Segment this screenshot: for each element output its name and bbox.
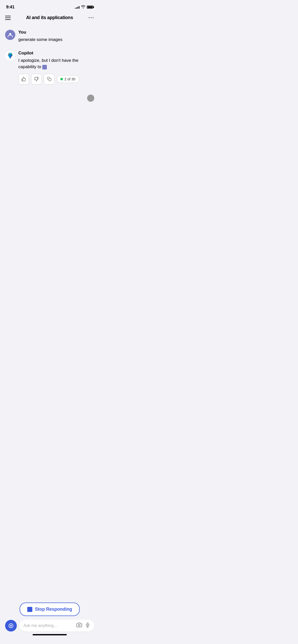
copilot-avatar [5,51,15,61]
user-message-row: You generate some images [5,30,94,43]
wifi-icon [81,5,85,9]
user-avatar [5,30,15,40]
user-message-text: generate some images [18,36,94,43]
thumbs-up-button[interactable] [18,74,29,84]
thumbs-down-button[interactable] [31,74,42,84]
user-avatar-icon [7,32,13,38]
typing-indicator [42,65,47,69]
loading-dot [87,95,94,102]
copilot-sender-label: Copilot [18,51,94,56]
status-icons [75,5,93,9]
green-dot-indicator [60,78,63,80]
copilot-message-content: Copilot I apologize, but I don't have th… [18,51,94,84]
copilot-message-text: I apologize, but I don't have the capabi… [18,57,94,70]
copilot-logo-icon [5,51,15,61]
status-time: 9:41 [6,5,15,10]
user-sender-label: You [18,30,94,35]
page-title: AI and its applications [26,15,73,20]
status-bar: 9:41 [0,0,99,13]
chat-area: You generate some images Copilot [0,25,99,84]
nav-header: AI and its applications ··· [0,13,99,25]
response-actions: 2 of 30 [18,74,94,84]
user-message-content: You generate some images [18,30,94,43]
svg-point-0 [9,33,11,35]
signal-icon [75,6,79,9]
response-count-badge: 2 of 30 [57,75,79,83]
copy-button[interactable] [44,74,55,84]
hamburger-menu-button[interactable] [5,16,11,20]
svg-rect-2 [49,78,51,81]
copilot-message-row: Copilot I apologize, but I don't have th… [5,51,94,84]
response-count-text: 2 of 30 [64,77,75,81]
more-options-button[interactable]: ··· [88,15,94,21]
battery-icon [87,6,93,9]
loading-dot-container [0,92,99,104]
